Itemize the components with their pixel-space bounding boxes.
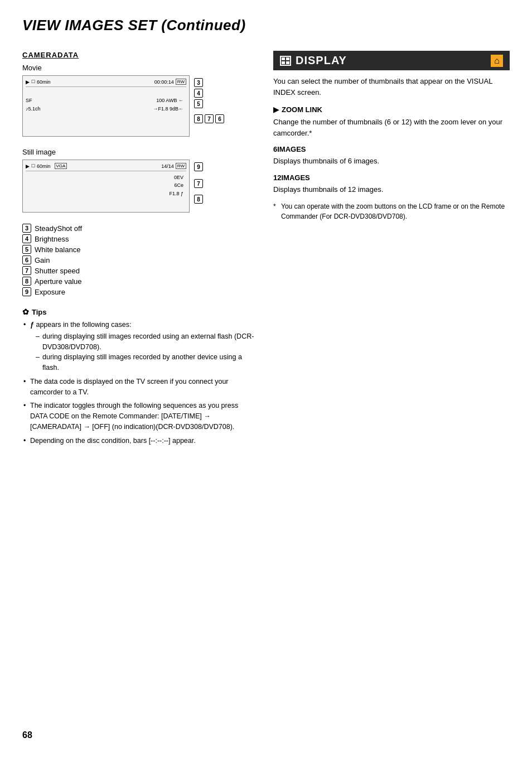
- still-diagram-container: ▶ ☐ 60min VGA 14/14 RW 0EV: [22, 160, 257, 213]
- legend-label-9: Exposure: [35, 288, 65, 296]
- legend-label-7: Shutter speed: [35, 267, 80, 275]
- still-rw-badge: RW: [176, 163, 186, 169]
- movie-badge-7: 7: [205, 114, 214, 123]
- movie-play-icon: ▶: [26, 79, 30, 85]
- movie-badge-4: 4: [194, 89, 203, 98]
- movie-badge-3: 3: [194, 78, 203, 87]
- flash-symbol: ƒ: [30, 321, 34, 329]
- legend-item-4: 4 Brightness: [22, 234, 257, 243]
- badge-5: 5: [22, 245, 31, 254]
- badge-7: 7: [22, 266, 31, 275]
- movie-label: Movie: [22, 64, 257, 72]
- movie-audio-label: ♪5.1ch: [26, 105, 41, 113]
- display-title: DISPLAY: [296, 54, 347, 67]
- still-vga-label: VGA: [55, 163, 67, 169]
- six-images-desc: Displays thumbnails of 6 images.: [273, 156, 510, 167]
- legend-item-7: 7 Shutter speed: [22, 266, 257, 275]
- twelve-images-desc: Displays thumbnails of 12 images.: [273, 184, 510, 195]
- cameradata-section-title: CAMERADATA: [22, 51, 257, 59]
- movie-badge-6: 6: [215, 114, 224, 123]
- legend-item-9: 9 Exposure: [22, 287, 257, 296]
- badge-8: 8: [22, 277, 31, 286]
- display-footnote: You can operate with the zoom buttons on…: [273, 201, 510, 221]
- legend-label-6: Gain: [35, 256, 50, 264]
- tips-title: ✿ Tips: [22, 307, 257, 316]
- page-number: 68: [22, 730, 32, 740]
- svg-rect-1: [286, 57, 289, 60]
- still-duration: 60min: [37, 163, 51, 169]
- movie-diagram-box: ▶ ☐ 60min 00:00:14 RW SF ♪5.1ch: [22, 75, 190, 137]
- still-label: Still image: [22, 148, 257, 156]
- tips-item-1-text: appears in the following cases:: [36, 321, 131, 329]
- tips-sub-item-1b: during displaying still images recorded …: [36, 352, 257, 373]
- tips-item-1: ƒ appears in the following cases: during…: [22, 320, 257, 373]
- display-grid-icon: [280, 56, 291, 66]
- twelve-images-section: 12IMAGES Displays thumbnails of 12 image…: [273, 173, 510, 195]
- badge-4: 4: [22, 234, 31, 243]
- zoom-link-label: ZOOM LINK: [282, 105, 322, 114]
- twelve-images-title: 12IMAGES: [273, 173, 510, 182]
- six-images-title: 6IMAGES: [273, 145, 510, 153]
- still-tape-icon: ☐: [31, 163, 35, 168]
- tips-sub-item-1a: during displaying still images recorded …: [36, 331, 257, 353]
- legend-item-5: 5 White balance: [22, 245, 257, 254]
- svg-rect-3: [286, 61, 289, 64]
- legend-item-6: 6 Gain: [22, 255, 257, 264]
- legend-label-5: White balance: [35, 245, 80, 254]
- still-diagram-box: ▶ ☐ 60min VGA 14/14 RW 0EV: [22, 160, 190, 213]
- movie-rw-badge: RW: [176, 79, 186, 85]
- movie-duration: 60min: [37, 79, 51, 85]
- movie-sf-label: SF: [26, 97, 41, 104]
- zoom-link-section: ▶ ZOOM LINK Change the number of thumbna…: [273, 105, 510, 138]
- still-count: 14/14: [161, 163, 174, 169]
- still-aperture-label: F1.8 ƒ: [169, 190, 183, 197]
- legend-label-8: Aperture value: [35, 277, 82, 286]
- legend-label-4: Brightness: [35, 235, 69, 243]
- tips-item-4: Depending on the disc condition, bars [-…: [22, 436, 257, 446]
- tips-list: ƒ appears in the following cases: during…: [22, 320, 257, 446]
- movie-aperture-label: →F1.8 9dB←: [153, 105, 183, 113]
- legend-label-3: SteadyShot off: [35, 224, 82, 233]
- tips-label: Tips: [32, 308, 47, 316]
- display-header-left: DISPLAY: [280, 54, 347, 67]
- movie-badge-8: 8: [194, 114, 203, 123]
- tips-item-3: The indicator toggles through the follow…: [22, 401, 257, 432]
- tips-sub-list-1: during displaying still images recorded …: [30, 331, 257, 373]
- still-play-icon: ▶: [26, 163, 30, 169]
- movie-badge-5: 5: [194, 99, 203, 108]
- display-description: You can select the number of thumbnails …: [273, 76, 510, 98]
- still-badge-7: 7: [194, 179, 203, 188]
- badge-3: 3: [22, 224, 31, 233]
- movie-diagram-container: ▶ ☐ 60min 00:00:14 RW SF ♪5.1ch: [22, 75, 257, 137]
- svg-rect-0: [282, 57, 285, 60]
- still-ev-label: 0EV: [169, 173, 183, 181]
- left-column: CAMERADATA Movie ▶ ☐ 60min 00:00:14 R: [22, 51, 257, 449]
- tips-item-2: The data code is displayed on the TV scr…: [22, 377, 257, 398]
- badge-6: 6: [22, 255, 31, 264]
- still-badge-8: 8: [194, 195, 203, 204]
- right-column: DISPLAY ⌂ You can select the number of t…: [273, 51, 510, 221]
- movie-tape-icon: ☐: [31, 79, 35, 84]
- svg-rect-2: [282, 61, 285, 64]
- legend-item-3: 3 SteadyShot off: [22, 224, 257, 233]
- tips-bulb-icon: ✿: [22, 307, 29, 316]
- movie-awb-label: 100 AWB ←: [153, 97, 183, 104]
- still-color-label: 6Ce: [169, 181, 183, 189]
- six-images-section: 6IMAGES Displays thumbnails of 6 images.: [273, 145, 510, 167]
- legend-item-8: 8 Aperture value: [22, 277, 257, 286]
- badge-9: 9: [22, 287, 31, 296]
- movie-timecode: 00:00:14: [154, 79, 174, 85]
- zoom-link-desc: Change the number of thumbnails (6 or 12…: [273, 117, 510, 138]
- still-badge-9: 9: [194, 162, 203, 171]
- tips-section: ✿ Tips ƒ appears in the following cases:…: [22, 307, 257, 446]
- zoom-link-title: ▶ ZOOM LINK: [273, 105, 510, 114]
- page-title: VIEW IMAGES SET (Continued): [22, 17, 510, 34]
- zoom-link-arrow: ▶: [273, 105, 279, 114]
- display-header: DISPLAY ⌂: [273, 51, 510, 70]
- legend: 3 SteadyShot off 4 Brightness 5 White ba…: [22, 224, 257, 296]
- home-symbol: ⌂: [494, 56, 500, 66]
- home-icon: ⌂: [491, 55, 503, 67]
